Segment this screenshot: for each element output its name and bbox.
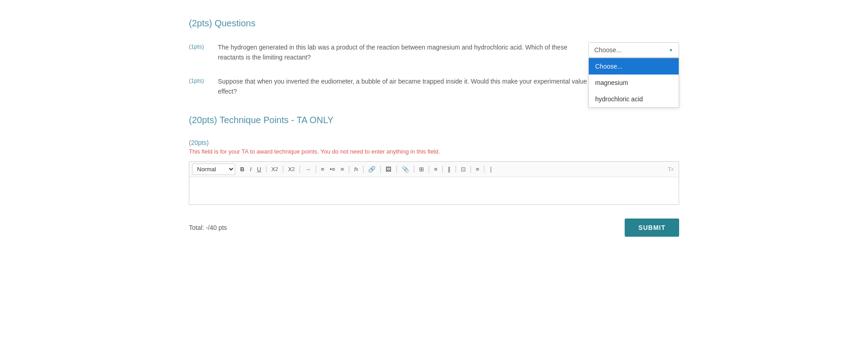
unordered-list-button[interactable]: •≡ xyxy=(327,164,337,174)
q1-dropdown-selected-label: Choose... xyxy=(594,46,621,54)
superscript-button[interactable]: X2 xyxy=(286,164,297,174)
technique-pts-label: (20pts) xyxy=(189,139,679,146)
q2-pts: (1pts) xyxy=(189,77,212,84)
technique-description: This field is for your TA to award techn… xyxy=(189,148,679,155)
toolbar-sep-10: | xyxy=(428,165,430,173)
attachment-button[interactable]: 📎 xyxy=(399,164,411,174)
submit-button[interactable]: SUBMIT xyxy=(625,219,679,237)
toolbar-sep-9: | xyxy=(413,165,415,173)
toolbar-sep-8: | xyxy=(395,165,397,173)
section2-title: (20pts) Technique Points - TA ONLY xyxy=(189,115,679,125)
underline-button[interactable]: U xyxy=(255,164,263,174)
table-row-button[interactable]: ≡ xyxy=(432,164,440,174)
dropdown-option-choose[interactable]: Choose... xyxy=(589,58,679,75)
editor-content-area[interactable] xyxy=(189,177,679,204)
dropdown-option-hydrochloric[interactable]: hydrochloric acid xyxy=(589,91,679,107)
dropdown-option-magnesium[interactable]: magnesium xyxy=(589,75,679,91)
table-cell-button[interactable]: ⊡ xyxy=(459,164,468,174)
style-select[interactable]: Normal Heading 1 Heading 2 Paragraph xyxy=(192,164,235,175)
toolbar-sep-12: | xyxy=(455,165,457,173)
editor-toolbar: Normal Heading 1 Heading 2 Paragraph B I… xyxy=(189,162,679,177)
q1-dropdown-arrow-icon: ▼ xyxy=(669,48,673,53)
subscript-button[interactable]: X2 xyxy=(269,164,281,174)
indent-button[interactable]: ≡ xyxy=(473,164,482,174)
q1-text: The hydrogen generated in this lab was a… xyxy=(218,42,570,63)
formula-button[interactable]: fx xyxy=(352,164,360,174)
section1-title: (2pts) Questions xyxy=(189,18,679,29)
arrow-button[interactable]: → xyxy=(302,164,313,174)
align-button[interactable]: ≡ xyxy=(338,164,346,174)
toolbar-sep-4: | xyxy=(315,165,316,173)
table-settings-button[interactable]: ∣ xyxy=(487,164,495,174)
toolbar-sep-11: | xyxy=(442,165,444,173)
italic-button[interactable]: I xyxy=(247,164,254,174)
total-pts-label: Total: -/40 pts xyxy=(189,224,227,231)
q1-pts: (1pts) xyxy=(189,43,212,50)
rich-text-editor: Normal Heading 1 Heading 2 Paragraph B I… xyxy=(189,161,679,205)
clear-format-button[interactable]: Tx xyxy=(666,164,676,174)
question-1-block: (1pts) The hydrogen generated in this la… xyxy=(189,42,679,63)
q1-dropdown-area: Choose... ▼ Choose... magnesium hydrochl… xyxy=(588,42,679,58)
footer-row: Total: -/40 pts SUBMIT xyxy=(189,219,679,237)
image-button[interactable]: 🖼 xyxy=(383,164,394,174)
toolbar-sep-3: | xyxy=(299,165,301,173)
ordered-list-button[interactable]: ≡ xyxy=(319,164,327,174)
q1-dropdown-menu: Choose... magnesium hydrochloric acid xyxy=(588,58,679,108)
toolbar-sep-5: | xyxy=(348,165,350,173)
toolbar-sep-1: | xyxy=(265,165,267,173)
page-container: (2pts) Questions (1pts) The hydrogen gen… xyxy=(162,0,706,264)
toolbar-sep-2: | xyxy=(282,165,284,173)
table-col-button[interactable]: ∥ xyxy=(445,164,453,174)
toolbar-sep-14: | xyxy=(483,165,485,173)
table-button[interactable]: ⊞ xyxy=(417,164,426,174)
toolbar-sep-6: | xyxy=(362,165,364,173)
q1-dropdown-trigger[interactable]: Choose... ▼ xyxy=(588,42,679,58)
link-button[interactable]: 🔗 xyxy=(366,164,378,174)
toolbar-sep-13: | xyxy=(470,165,472,173)
toolbar-sep-7: | xyxy=(380,165,381,173)
bold-button[interactable]: B xyxy=(238,164,247,174)
